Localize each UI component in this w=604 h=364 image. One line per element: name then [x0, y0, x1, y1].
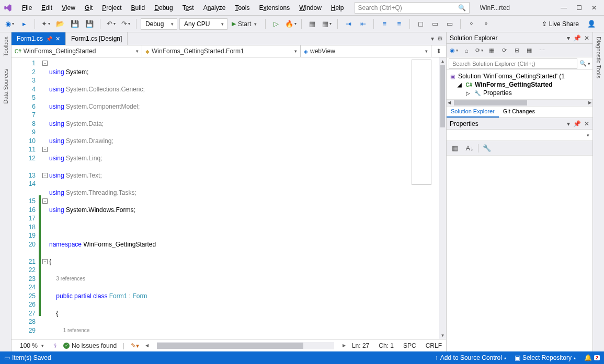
fold-toggle[interactable]: − — [42, 198, 48, 204]
open-file-button[interactable]: 📂 — [54, 18, 66, 30]
char-indicator[interactable]: Ch: 1 — [379, 342, 394, 349]
se-sync-button[interactable]: ⟳ — [474, 45, 484, 56]
diagnostic-tools-tab[interactable]: Diagnostic Tools — [595, 34, 603, 80]
tree-properties[interactable]: ▷🔧Properties — [447, 89, 592, 97]
menu-build[interactable]: Build — [127, 2, 150, 14]
tab-form1-cs[interactable]: Form1.cs📌✕ — [12, 32, 66, 45]
solution-search-input[interactable] — [449, 58, 577, 69]
pane-menu-button[interactable]: ▾ — [567, 120, 570, 127]
categorized-button[interactable]: ▦ — [449, 142, 461, 155]
close-icon[interactable]: ✕ — [584, 120, 589, 127]
tree-project[interactable]: ◢C#WinForms_GettingStarted — [447, 80, 592, 89]
new-item-button[interactable]: ✦ — [39, 18, 52, 30]
se-showall-button[interactable]: ▦ — [524, 45, 534, 56]
platform-combo[interactable]: Any CPU — [179, 18, 227, 30]
comment-button[interactable]: ▭ — [429, 18, 441, 30]
tab-git-changes[interactable]: Git Changes — [499, 106, 539, 118]
tree-solution[interactable]: ▣Solution 'WinForms_GettingStarted' (1 — [447, 72, 592, 80]
toolbox-tab[interactable]: Toolbox — [2, 34, 10, 58]
nav-fwd-button[interactable]: ▸ — [18, 18, 30, 30]
close-icon[interactable]: ✕ — [55, 36, 60, 42]
menu-view[interactable]: View — [58, 2, 79, 14]
indent-button[interactable]: ≡ — [378, 18, 391, 30]
minimize-button[interactable]: — — [561, 4, 567, 11]
pane-menu-button[interactable]: ▾ — [567, 34, 570, 42]
close-icon[interactable]: ✕ — [584, 34, 589, 42]
select-repository-button[interactable]: ▣Select Repository▴ — [515, 354, 576, 361]
properties-object-combo[interactable] — [447, 130, 592, 141]
toggle-button[interactable]: ⚬ — [480, 18, 492, 30]
uncomment-button[interactable]: ▭ — [443, 18, 456, 30]
menu-debug[interactable]: Debug — [150, 2, 177, 14]
fold-toggle[interactable]: − — [42, 61, 48, 66]
menu-extensions[interactable]: Extensions — [255, 2, 294, 14]
nav-class-combo[interactable]: ◆WinForms_GettingStarted.Form1 — [142, 45, 301, 57]
maximize-button[interactable]: ☐ — [576, 4, 582, 11]
scroll-up-button[interactable]: ▲ — [439, 57, 446, 65]
config-combo[interactable]: Debug — [141, 18, 177, 30]
scroll-right-button[interactable]: ▶ — [343, 343, 346, 348]
tool-button[interactable]: ▦ — [306, 18, 318, 30]
live-share-button[interactable]: ⇪Live Share — [542, 20, 579, 28]
issues-indicator[interactable]: ✓No issues found — [63, 342, 117, 349]
menu-file[interactable]: File — [18, 2, 36, 14]
menu-project[interactable]: Project — [98, 2, 126, 14]
se-collapse-button[interactable]: ⊟ — [511, 45, 522, 56]
tree-hthumb[interactable] — [454, 100, 527, 105]
zoom-combo[interactable]: 100 % — [16, 340, 47, 351]
start-nodebug-button[interactable]: ▷ — [270, 18, 282, 30]
undo-button[interactable]: ↶ — [105, 18, 117, 30]
vertical-scrollbar[interactable]: ▲ ▼ — [439, 57, 446, 339]
chevron-down-icon[interactable]: ◢ — [456, 82, 463, 88]
tab-menu-button[interactable]: ▾ — [431, 35, 434, 42]
props-tool-button[interactable]: 🔧 — [481, 142, 493, 155]
brush-icon[interactable]: ✎▾ — [131, 342, 139, 349]
menu-help[interactable]: Help — [327, 2, 348, 14]
step-button[interactable]: ⇥ — [342, 18, 355, 30]
nav-project-combo[interactable]: C#WinForms_GettingStarted — [12, 45, 142, 57]
code-content[interactable]: using System; using System.Collections.G… — [49, 57, 409, 339]
nav-back-button[interactable]: ◉ — [3, 18, 16, 30]
save-all-button[interactable]: 💾 — [83, 18, 96, 30]
add-source-control-button[interactable]: ↑Add to Source Control▴ — [435, 354, 506, 361]
line-indicator[interactable]: Ln: 27 — [352, 342, 369, 349]
step-button[interactable]: ⇤ — [357, 18, 369, 30]
hot-reload-button[interactable]: 🔥 — [284, 18, 297, 30]
save-button[interactable]: 💾 — [69, 18, 81, 30]
scroll-thumb[interactable] — [440, 65, 445, 127]
se-tool-button[interactable]: ▦ — [486, 45, 497, 56]
pin-icon[interactable]: 📌 — [573, 34, 581, 42]
close-button[interactable]: ✕ — [591, 4, 597, 11]
lineend-indicator[interactable]: CRLF — [426, 342, 442, 349]
fold-toggle[interactable]: − — [42, 173, 48, 178]
horizontal-scrollbar[interactable] — [157, 342, 334, 349]
health-icon[interactable]: ⚕ — [53, 342, 57, 349]
menu-test[interactable]: Test — [178, 2, 198, 14]
se-refresh-button[interactable]: ⟳ — [499, 45, 509, 56]
menu-analyze[interactable]: Analyze — [199, 2, 230, 14]
nav-member-combo[interactable]: ◈webView — [301, 45, 431, 57]
data-sources-tab[interactable]: Data Sources — [2, 67, 10, 106]
scroll-down-button[interactable]: ▼ — [439, 332, 446, 339]
pin-icon[interactable]: 📌 — [573, 120, 581, 127]
menu-edit[interactable]: Edit — [37, 2, 56, 14]
se-more-button[interactable]: ⋯ — [537, 45, 547, 56]
search-box[interactable]: Search (Ctrl+Q) 🔍 — [355, 2, 470, 14]
minimap[interactable] — [412, 60, 431, 185]
bookmark-button[interactable]: ◻ — [414, 18, 427, 30]
se-views-button[interactable]: ◉ — [449, 45, 459, 56]
tree-hscroll[interactable]: ◀ ▶ — [447, 99, 592, 107]
start-debug-button[interactable]: ▶Start — [230, 18, 261, 30]
menu-window[interactable]: Window — [295, 2, 326, 14]
pin-icon[interactable]: 📌 — [46, 36, 52, 42]
indent-button[interactable]: ≡ — [393, 18, 405, 30]
fold-toggle[interactable]: − — [42, 147, 48, 152]
account-button[interactable]: 👤 — [585, 18, 598, 30]
tab-options-button[interactable]: ⚙ — [437, 35, 443, 42]
fold-toggle[interactable]: − — [42, 259, 48, 264]
code-editor[interactable]: 1234567891011121314151617181920212223242… — [12, 57, 446, 339]
menu-git[interactable]: Git — [81, 2, 97, 14]
hscroll-thumb[interactable] — [157, 343, 303, 349]
chevron-right-icon[interactable]: ▷ — [464, 90, 472, 96]
toggle-button[interactable]: ⚬ — [465, 18, 477, 30]
